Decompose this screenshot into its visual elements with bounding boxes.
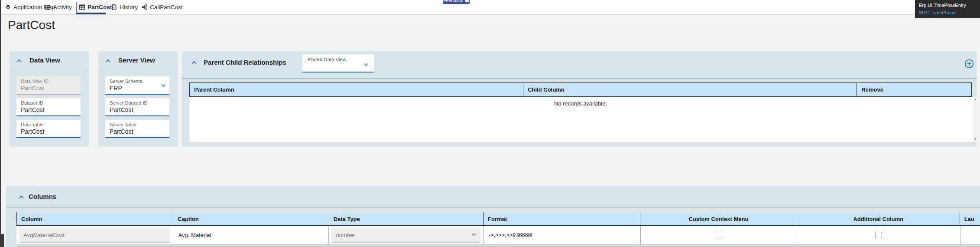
panel-divider	[98, 70, 178, 70]
tab-callpartcost[interactable]: CallPartCost	[142, 0, 183, 14]
field-value[interactable]: PartCost	[21, 128, 76, 136]
cell-column: AvgMaterialCost	[16, 226, 173, 244]
parent-child-grid-header: Parent Column Child Column Remove	[189, 82, 972, 97]
overlay-source-link[interactable]: SRC_TimePhase	[919, 10, 976, 16]
parent-child-title: Parent Child Relationships	[204, 59, 286, 66]
tab-partcost[interactable]: PartCost	[79, 0, 112, 14]
field-label: Server Dataset ID	[110, 100, 165, 106]
application-map-icon	[5, 4, 11, 10]
partcost-grid-icon	[79, 4, 85, 10]
tab-label: PartCost	[88, 4, 112, 10]
data-type-dropdown-disabled: number	[331, 227, 480, 243]
cell-format[interactable]: ->,>>>,>>9.99999	[484, 226, 641, 244]
feedback-bubble-icon	[465, 0, 469, 3]
column-name-input-disabled: AvgMaterialCost	[19, 227, 170, 243]
cell-launch-truncated	[961, 226, 980, 244]
server-dataset-id-field[interactable]: Server Dataset ID PartCost	[105, 98, 169, 116]
left-edge-scroll-block[interactable]	[0, 234, 4, 247]
header-caption[interactable]: Caption	[173, 212, 329, 225]
chevron-down-icon[interactable]	[161, 84, 166, 87]
parent-data-view-dropdown[interactable]: Parent Data View	[302, 54, 374, 72]
columns-grid-row: AvgMaterialCost Avg. Material number ->,…	[16, 226, 980, 245]
history-icon	[111, 4, 117, 10]
left-edge-strip	[0, 0, 1, 247]
server-view-panel: Server View Server Schema ERP Server Dat…	[98, 51, 178, 147]
columns-title: Columns	[29, 193, 56, 200]
panel-divider	[182, 78, 977, 79]
feedback-button[interactable]: Feedback	[443, 0, 470, 4]
chevron-down-icon[interactable]	[363, 63, 369, 66]
collapse-chevron-up-icon[interactable]	[16, 59, 22, 63]
header-data-type[interactable]: Data Type	[329, 212, 484, 225]
panel-divider	[6, 207, 980, 207]
data-table-field[interactable]: Data Table PartCost	[16, 120, 81, 138]
header-parent-column[interactable]: Parent Column	[190, 83, 523, 96]
tab-bar: Application Map Activity PartCost Histor…	[0, 0, 980, 15]
collapse-chevron-up-icon[interactable]	[19, 195, 24, 199]
overlay-class-name: Erp.UI.TimePhasEntry	[919, 2, 976, 8]
header-format[interactable]: Format	[484, 212, 640, 225]
collapse-chevron-up-icon[interactable]	[191, 61, 197, 64]
custom-context-menu-checkbox[interactable]	[716, 232, 722, 238]
header-column[interactable]: Column	[17, 212, 173, 225]
field-value[interactable]: PartCost	[110, 106, 165, 114]
data-view-title: Data View	[29, 56, 60, 64]
feedback-label: Feedback	[443, 0, 463, 3]
tab-label: Activity	[53, 4, 72, 10]
field-value[interactable]: PartCost	[21, 106, 76, 114]
panel-divider	[10, 70, 89, 70]
data-type-value: number	[336, 232, 355, 238]
activity-icon	[45, 4, 51, 10]
columns-panel: Columns Column Caption Data Type Format …	[6, 186, 980, 247]
collapse-chevron-up-icon[interactable]	[105, 59, 110, 63]
caption-value[interactable]: Avg. Material	[173, 232, 211, 238]
app-root: Application Map Activity PartCost Histor…	[0, 0, 980, 247]
header-remove[interactable]: Remove	[857, 83, 971, 96]
tab-history[interactable]: History	[111, 0, 138, 14]
server-schema-dropdown[interactable]: Server Schema ERP	[105, 76, 169, 95]
add-relationship-button[interactable]	[964, 59, 974, 69]
field-label: Server Table	[110, 122, 165, 128]
data-view-panel: Data View Data View ID PartCost Dataset …	[10, 51, 89, 147]
chevron-down-icon	[471, 233, 476, 236]
tab-label: CallPartCost	[150, 4, 183, 10]
server-view-title: Server View	[118, 56, 155, 64]
field-value[interactable]: ERP	[110, 84, 165, 92]
header-launch-truncated[interactable]: Lau	[960, 212, 980, 225]
source-info-overlay: Erp.UI.TimePhasEntry SRC_TimePhase	[915, 0, 980, 18]
tab-label: History	[120, 4, 138, 10]
cell-additional-column	[797, 226, 960, 244]
header-additional-column[interactable]: Additional Column	[797, 212, 960, 225]
grid-vertical-scrollbar[interactable]: ▲ ▼	[972, 97, 978, 142]
additional-column-checkbox[interactable]	[876, 232, 882, 238]
parent-child-relationships-panel: Parent Child Relationships Parent Data V…	[182, 51, 977, 147]
empty-grid-message: No records available.	[189, 97, 972, 107]
field-label: Data View ID	[21, 79, 76, 84]
field-label: Server Schema	[110, 79, 165, 84]
field-value: PartCost	[21, 84, 76, 92]
cell-data-type: number	[329, 226, 484, 244]
call-partcost-icon	[142, 4, 147, 10]
field-label: Data Table	[21, 122, 76, 128]
cell-caption[interactable]: Avg. Material	[173, 226, 329, 244]
scroll-down-arrow[interactable]: ▼	[974, 138, 977, 141]
data-view-id-field: Data View ID PartCost	[16, 76, 81, 95]
cell-custom-context-menu	[641, 226, 798, 244]
field-value[interactable]: PartCost	[110, 128, 165, 136]
header-custom-context-menu[interactable]: Custom Context Menu	[640, 212, 797, 225]
header-child-column[interactable]: Child Column	[523, 83, 857, 96]
tab-activity[interactable]: Activity	[45, 0, 72, 14]
format-value[interactable]: ->,>>>,>>9.99999	[484, 232, 532, 238]
columns-grid-header: Column Caption Data Type Format Custom C…	[16, 212, 980, 226]
scroll-up-arrow[interactable]: ▲	[974, 98, 977, 101]
field-label: Dataset ID	[21, 100, 76, 106]
parent-child-grid-body: No records available.	[189, 97, 972, 142]
dropdown-label: Parent Data View	[308, 57, 369, 62]
server-table-field[interactable]: Server Table PartCost	[105, 120, 169, 138]
dataset-id-field[interactable]: Dataset ID PartCost	[16, 98, 81, 116]
page-title: PartCost	[8, 17, 55, 33]
